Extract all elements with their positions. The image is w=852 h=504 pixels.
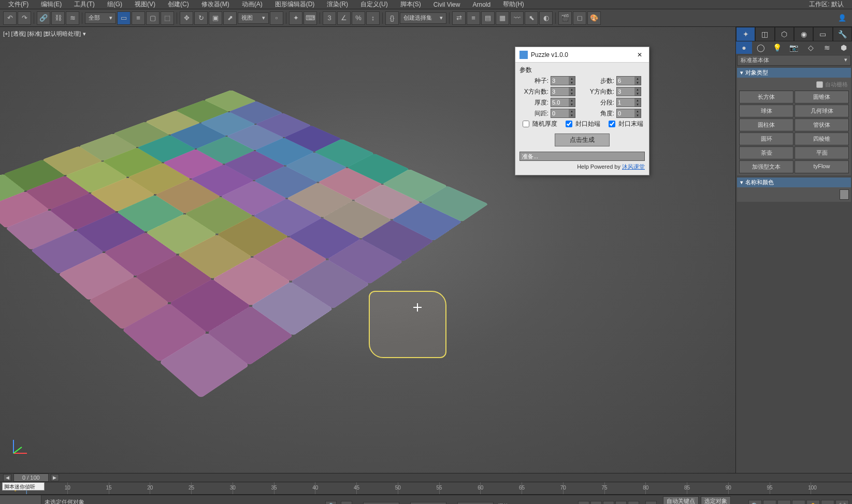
- tab-create[interactable]: ✦: [736, 27, 755, 41]
- undo-button[interactable]: ↶: [3, 11, 17, 25]
- create-几何球体[interactable]: 几何球体: [795, 105, 849, 117]
- create-圆柱体[interactable]: 圆柱体: [739, 118, 793, 131]
- named-selection-sets[interactable]: 创建选择集 ▾: [400, 12, 446, 24]
- goto-start-button[interactable]: |◀: [578, 501, 589, 505]
- timeslider-next[interactable]: ▶: [51, 474, 59, 481]
- brand-link[interactable]: 沐风课堂: [622, 164, 645, 170]
- subcat-systems[interactable]: ⬢: [836, 41, 852, 54]
- generate-button[interactable]: 点击生成: [555, 134, 610, 146]
- select-by-name-button[interactable]: ≡: [132, 11, 145, 25]
- isolate-selection-button[interactable]: ⊡: [645, 501, 657, 505]
- select-object-button[interactable]: ▭: [117, 11, 131, 25]
- viewport-label[interactable]: [+] [透视] [标准] [默认明暗处理]▾: [3, 30, 86, 38]
- subcat-lights[interactable]: 💡: [769, 41, 785, 54]
- prev-frame-button[interactable]: ◀|: [590, 501, 602, 505]
- curve-editor-button[interactable]: 〰: [510, 11, 524, 25]
- create-长方体[interactable]: 长方体: [739, 91, 793, 103]
- cap-end-checkbox[interactable]: [609, 121, 615, 127]
- edit-named-sel-button[interactable]: {}: [385, 11, 399, 25]
- subcat-shapes[interactable]: ◯: [753, 41, 769, 54]
- seed-spinner[interactable]: ▲▼: [551, 76, 575, 85]
- xcount-spinner[interactable]: ▲▼: [551, 87, 575, 96]
- tab-modify[interactable]: ◫: [755, 27, 774, 41]
- object-name-field[interactable]: [739, 189, 837, 200]
- link-button[interactable]: 🔗: [37, 11, 50, 25]
- create-tyFlow[interactable]: tyFlow: [795, 160, 849, 173]
- play-button[interactable]: ▶: [603, 501, 614, 505]
- x-coord-field[interactable]: [363, 502, 399, 505]
- render-production-button[interactable]: 🎨: [587, 11, 601, 25]
- window-crossing-button[interactable]: ⬚: [161, 11, 174, 25]
- segments-spinner[interactable]: ▲▼: [616, 98, 641, 107]
- create-平面[interactable]: 平面: [795, 146, 849, 159]
- move-button[interactable]: ✥: [180, 11, 193, 25]
- viewport-nav-maximize[interactable]: ⛶: [835, 500, 849, 505]
- viewport-nav-fov[interactable]: ◿: [792, 500, 805, 505]
- menu-tools[interactable]: 工具(T): [68, 0, 100, 9]
- use-pivot-center-button[interactable]: ▫: [270, 11, 283, 25]
- steps-spinner[interactable]: ▲▼: [616, 76, 641, 85]
- angle-spinner[interactable]: ▲▼: [616, 109, 641, 118]
- color-swatch[interactable]: [840, 189, 849, 200]
- menu-modifiers[interactable]: 修改器(M): [195, 0, 236, 9]
- timeslider-prev[interactable]: ◀: [3, 474, 11, 481]
- create-圆环[interactable]: 圆环: [739, 132, 793, 145]
- keyboard-shortcut-override-button[interactable]: ⌨: [304, 11, 317, 25]
- reference-coord-system[interactable]: 视图 ▾: [238, 12, 269, 24]
- random-thickness-checkbox[interactable]: [523, 121, 529, 127]
- align-button[interactable]: ≡: [467, 11, 480, 25]
- subcat-spacewarps[interactable]: ≋: [819, 41, 835, 54]
- next-frame-button[interactable]: |▶: [615, 501, 627, 505]
- signin-button[interactable]: 👤: [835, 11, 849, 25]
- menu-create[interactable]: 创建(C): [162, 0, 195, 9]
- redo-button[interactable]: ↷: [18, 11, 31, 25]
- menu-scripting[interactable]: 脚本(S): [394, 0, 427, 9]
- spinner-snap-button[interactable]: ↕: [366, 11, 380, 25]
- render-setup-button[interactable]: 🎬: [558, 11, 572, 25]
- cap-start-checkbox[interactable]: [566, 121, 572, 127]
- selected-object-dropdown[interactable]: 选定对象: [701, 496, 731, 504]
- dialog-close-button[interactable]: ✕: [634, 50, 645, 60]
- viewport-shading-icon[interactable]: ▾: [83, 31, 86, 37]
- rotate-button[interactable]: ↻: [194, 11, 208, 25]
- tab-hierarchy[interactable]: ⬡: [775, 27, 794, 41]
- subcat-helpers[interactable]: ◇: [803, 41, 819, 54]
- tab-display[interactable]: ▭: [813, 27, 832, 41]
- menu-help[interactable]: 帮助(H): [497, 0, 530, 9]
- dialog-titlebar[interactable]: Puzzle v1.0.0 ✕: [515, 47, 649, 63]
- snap-toggle-button[interactable]: 3: [323, 11, 336, 25]
- menu-edit[interactable]: 编辑(E): [35, 0, 68, 9]
- angle-snap-button[interactable]: ∠: [337, 11, 351, 25]
- create-四棱锥[interactable]: 四棱锥: [795, 132, 849, 145]
- viewport-nav-zoom[interactable]: 🔍: [748, 500, 762, 505]
- autokey-button[interactable]: 自动关键点: [663, 496, 699, 504]
- rollup-object-type[interactable]: ▾对象类型: [737, 68, 851, 78]
- placement-button[interactable]: ⬈: [223, 11, 237, 25]
- ycount-spinner[interactable]: ▲▼: [616, 87, 641, 96]
- goto-end-button[interactable]: ▶|: [628, 501, 639, 505]
- maxscript-mini-listener[interactable]: 脚本迷你侦听: [2, 482, 45, 491]
- mirror-button[interactable]: ⇄: [452, 11, 466, 25]
- create-圆锥体[interactable]: 圆锥体: [795, 91, 849, 103]
- menu-group[interactable]: 组(G): [101, 0, 128, 9]
- layer-explorer-button[interactable]: ▤: [481, 11, 495, 25]
- scale-button[interactable]: ▣: [209, 11, 222, 25]
- schematic-view-button[interactable]: ⬉: [525, 11, 538, 25]
- percent-snap-button[interactable]: %: [352, 11, 365, 25]
- menu-arnold[interactable]: Arnold: [466, 1, 497, 8]
- toggle-ribbon-button[interactable]: ▦: [496, 11, 509, 25]
- gap-spinner[interactable]: ▲▼: [551, 109, 575, 118]
- tab-utilities[interactable]: 🔧: [833, 27, 852, 41]
- subcat-geometry[interactable]: ●: [736, 41, 752, 54]
- menu-civilview[interactable]: Civil View: [427, 1, 467, 8]
- create-管状体[interactable]: 管状体: [795, 118, 849, 131]
- material-editor-button[interactable]: ◐: [539, 11, 553, 25]
- menu-animation[interactable]: 动画(A): [236, 0, 269, 9]
- menu-grapheditors[interactable]: 图形编辑器(D): [269, 0, 321, 9]
- tab-motion[interactable]: ◉: [794, 27, 813, 41]
- category-dropdown[interactable]: 标准基本体 ▾: [737, 55, 851, 66]
- time-ruler[interactable]: 🔑 51015202530354045505560657075808590951…: [0, 482, 852, 495]
- rendered-frame-button[interactable]: ◻: [573, 11, 586, 25]
- z-coord-field[interactable]: [457, 502, 494, 505]
- viewport-nav-zoomextents[interactable]: ◻: [777, 500, 791, 505]
